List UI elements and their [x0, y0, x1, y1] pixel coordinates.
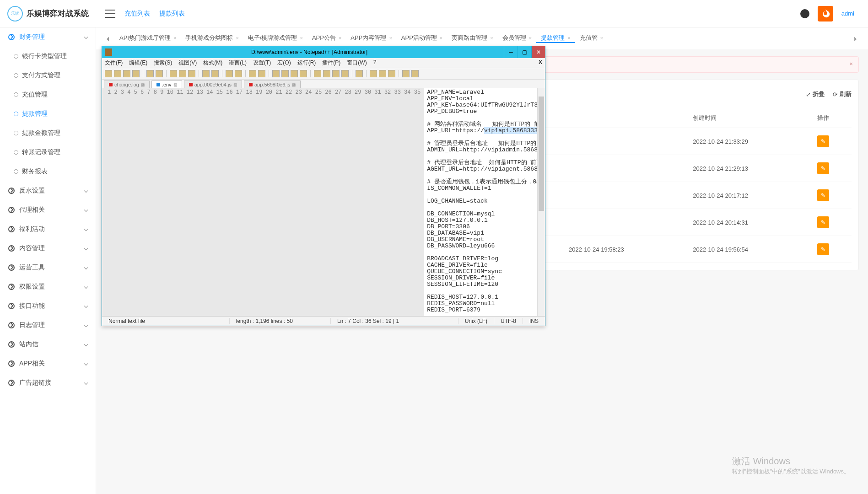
sidebar-item[interactable]: APP相关: [0, 354, 96, 373]
sidebar-item[interactable]: 反水设置: [0, 181, 96, 200]
toolbar-icon[interactable]: [411, 70, 419, 77]
close-button[interactable]: ✕: [531, 46, 545, 58]
toolbar-icon[interactable]: [146, 70, 154, 77]
file-tab-close-icon[interactable]: ⊠: [233, 82, 237, 87]
toolbar-icon[interactable]: [202, 70, 210, 77]
sidebar-sub-item[interactable]: 财务报表: [0, 162, 96, 181]
sidebar-sub-item[interactable]: 转账记录管理: [0, 143, 96, 162]
toolbar-icon[interactable]: [388, 70, 395, 77]
notepad-titlebar[interactable]: D:\www\admin\.env - Notepad++ [Administr…: [102, 46, 545, 58]
row-action-button[interactable]: ✎: [817, 189, 829, 201]
menu-item[interactable]: 文件(F): [105, 59, 123, 67]
tab-close-icon[interactable]: ×: [600, 35, 603, 41]
sidebar-sub-item[interactable]: 支付方式管理: [0, 66, 96, 85]
tab-close-icon[interactable]: ×: [567, 35, 570, 41]
row-action-button[interactable]: ✎: [817, 162, 829, 174]
sidebar-item[interactable]: 福利活动: [0, 220, 96, 239]
toolbar-icon[interactable]: [258, 70, 265, 77]
sidebar-item[interactable]: 代理相关: [0, 200, 96, 220]
file-tab[interactable]: change.log⊠: [104, 81, 150, 88]
toolbar-icon[interactable]: [114, 70, 121, 77]
menubar-close-icon[interactable]: X: [539, 59, 542, 67]
sidebar-sub-item[interactable]: 提款金额管理: [0, 124, 96, 143]
toolbar-icon[interactable]: [123, 70, 130, 77]
toolbar-icon[interactable]: [156, 70, 163, 77]
sidebar-item[interactable]: 内容管理: [0, 239, 96, 258]
sidebar-item[interactable]: 权限设置: [0, 277, 96, 296]
tab-close-icon[interactable]: ×: [529, 35, 532, 41]
tab[interactable]: 充值管×: [575, 34, 608, 42]
tabs-scroll-left-icon[interactable]: ⏴: [102, 35, 115, 42]
menu-item[interactable]: 插件(P): [322, 59, 340, 67]
toolbar-icon[interactable]: [132, 70, 140, 77]
toolbar-icon[interactable]: [332, 70, 340, 77]
toolbar-icon[interactable]: [341, 70, 349, 77]
menu-item[interactable]: 宏(O): [277, 59, 291, 67]
toolbar-icon[interactable]: [323, 70, 330, 77]
tab[interactable]: APP活动管理×: [397, 34, 447, 42]
toolbar-icon[interactable]: [226, 70, 233, 77]
notepad-window[interactable]: D:\www\admin\.env - Notepad++ [Administr…: [102, 46, 545, 326]
nav-link-recharge[interactable]: 充值列表: [124, 10, 150, 18]
tab[interactable]: 页面路由管理×: [447, 34, 497, 42]
file-tab[interactable]: .env⊠: [151, 81, 182, 88]
sidebar-item[interactable]: 接口功能: [0, 296, 96, 316]
tab[interactable]: 会员管理×: [498, 34, 536, 42]
file-tab-close-icon[interactable]: ⊠: [173, 82, 177, 87]
file-tab-close-icon[interactable]: ⊠: [141, 82, 145, 87]
file-tab[interactable]: app.000e9eb4.js⊠: [184, 81, 242, 88]
toolbar-icon[interactable]: [179, 70, 186, 77]
tab-close-icon[interactable]: ×: [300, 35, 302, 41]
sidebar-item[interactable]: 广告超链接: [0, 373, 96, 392]
toolbar-icon[interactable]: [235, 70, 242, 77]
refresh-button[interactable]: ⟳ 刷新: [833, 90, 852, 98]
tab[interactable]: APP内容管理×: [346, 34, 396, 42]
tab[interactable]: 电子/棋牌游戏管理×: [243, 34, 307, 42]
alert-close-icon[interactable]: ×: [849, 60, 853, 67]
toolbar-icon[interactable]: [170, 70, 177, 77]
sidebar-item[interactable]: 运营工具: [0, 258, 96, 277]
toolbar-icon[interactable]: [188, 70, 195, 77]
menu-item[interactable]: ?: [373, 59, 377, 67]
toolbar-icon[interactable]: [370, 70, 377, 77]
tab-close-icon[interactable]: ×: [490, 35, 493, 41]
sidebar-sub-item[interactable]: 提款管理: [0, 104, 96, 124]
toolbar-icon[interactable]: [314, 70, 321, 77]
menu-item[interactable]: 运行(R): [297, 59, 316, 67]
toolbar-icon[interactable]: [402, 70, 410, 77]
tab[interactable]: APP公告×: [307, 34, 346, 42]
tab[interactable]: API热门游戏厅管理×: [115, 34, 181, 42]
toolbar-icon[interactable]: [211, 70, 219, 77]
menu-item[interactable]: 语言(L): [229, 59, 247, 67]
tab-close-icon[interactable]: ×: [389, 35, 392, 41]
toolbar-icon[interactable]: [379, 70, 386, 77]
vertical-scrollbar[interactable]: [537, 88, 545, 316]
nav-link-withdraw[interactable]: 提款列表: [159, 10, 185, 18]
brand-badge-icon[interactable]: [818, 6, 833, 21]
toolbar-icon[interactable]: [105, 70, 112, 77]
theme-icon[interactable]: [800, 9, 809, 18]
sidebar-item-finance[interactable]: 财务管理: [0, 27, 96, 47]
tab-close-icon[interactable]: ×: [236, 35, 238, 41]
row-action-button[interactable]: ✎: [817, 243, 829, 255]
tab[interactable]: 手机游戏分类图标×: [181, 34, 243, 42]
tab-close-icon[interactable]: ×: [440, 35, 442, 41]
file-tab[interactable]: app.5698f0e6.js⊠: [244, 81, 301, 88]
sidebar-item[interactable]: 日志管理: [0, 316, 96, 335]
tab[interactable]: 提款管理×: [536, 34, 575, 43]
row-action-button[interactable]: ✎: [817, 135, 829, 147]
menu-item[interactable]: 编辑(E): [129, 59, 147, 67]
admin-name[interactable]: admi: [841, 10, 854, 17]
tab-close-icon[interactable]: ×: [339, 35, 341, 41]
menu-item[interactable]: 搜索(S): [154, 59, 172, 67]
row-action-button[interactable]: ✎: [817, 216, 829, 228]
scrollbar-thumb[interactable]: [539, 97, 544, 211]
sidebar-sub-item[interactable]: 充值管理: [0, 85, 96, 104]
toolbar-icon[interactable]: [281, 70, 289, 77]
sidebar-item[interactable]: 站内信: [0, 335, 96, 354]
menu-item[interactable]: 视图(V): [178, 59, 197, 67]
toolbar-icon[interactable]: [356, 70, 363, 77]
notepad-editor[interactable]: 1 2 3 4 5 6 7 8 9 10 11 12 13 14 15 16 1…: [102, 88, 545, 316]
toolbar-icon[interactable]: [291, 70, 298, 77]
toolbar-icon[interactable]: [272, 70, 280, 77]
